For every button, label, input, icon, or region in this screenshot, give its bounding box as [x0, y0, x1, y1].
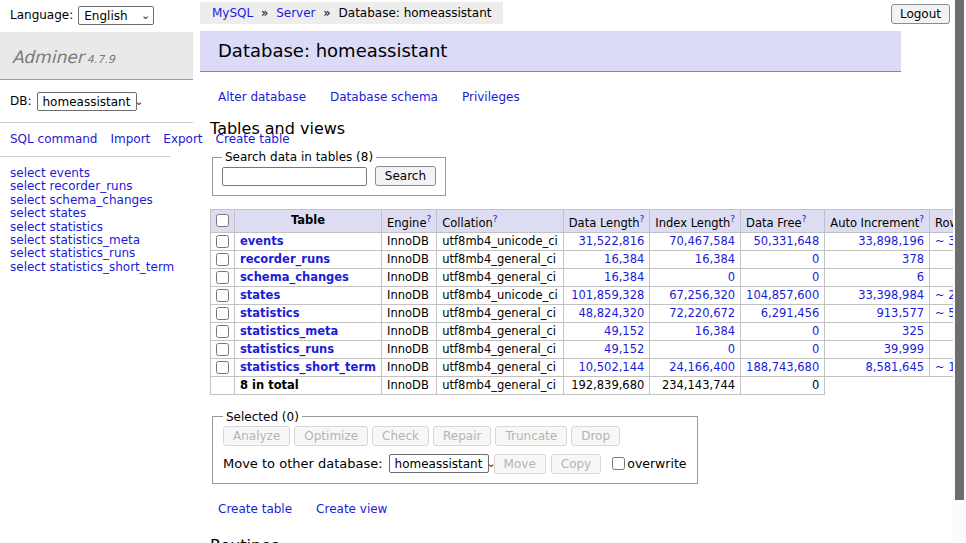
db-select[interactable]: homeassistant⌄ [37, 92, 137, 111]
truncate-button[interactable]: Truncate [495, 426, 567, 446]
index-length-link-statistics-meta[interactable]: 16,384 [695, 324, 735, 338]
column-help-link-collation[interactable]: ? [493, 214, 498, 224]
logout-button[interactable]: Logout [891, 4, 950, 24]
table-name-link-statistics-short-term[interactable]: statistics_short_term [240, 360, 376, 374]
data-free-link-statistics[interactable]: 6,291,456 [761, 306, 820, 320]
table-link-recorder-runs[interactable]: recorder_runs [49, 179, 132, 193]
search-input[interactable] [222, 167, 367, 186]
row-checkbox-statistics-meta[interactable] [216, 325, 229, 338]
select-link-schema-changes[interactable]: select [10, 193, 46, 207]
create-create-view[interactable]: Create view [316, 502, 387, 516]
data-free-link-recorder-runs[interactable]: 0 [812, 252, 819, 266]
table-link-states[interactable]: states [49, 206, 86, 220]
adminer-logo[interactable]: Adminer [12, 47, 84, 67]
repair-button[interactable]: Repair [433, 426, 491, 446]
index-length-link-statistics[interactable]: 72,220,672 [669, 306, 735, 320]
auto-increment-link-schema-changes[interactable]: 6 [917, 270, 924, 284]
optimize-button[interactable]: Optimize [294, 426, 368, 446]
table-link-events[interactable]: events [49, 166, 89, 180]
db-action-database-schema[interactable]: Database schema [330, 90, 438, 104]
check-button[interactable]: Check [372, 426, 429, 446]
auto-increment-link-statistics[interactable]: 913,577 [876, 306, 924, 320]
drop-button[interactable]: Drop [571, 426, 620, 446]
index-length-link-schema-changes[interactable]: 0 [728, 270, 735, 284]
column-help-link-data-free[interactable]: ? [802, 214, 807, 224]
select-link-statistics-short-term[interactable]: select [10, 260, 46, 274]
move-db-select[interactable]: homeassistant⌄ [389, 454, 489, 473]
data-length-link-statistics[interactable]: 48,824,320 [578, 306, 644, 320]
language-select[interactable]: English⌄ [78, 6, 154, 25]
data-free-link-statistics-meta[interactable]: 0 [812, 324, 819, 338]
table-link-statistics[interactable]: statistics [49, 220, 103, 234]
data-free-link-statistics-short-term[interactable]: 188,743,680 [746, 360, 819, 374]
overwrite-checkbox[interactable] [612, 457, 625, 470]
auto-increment-link-states[interactable]: 33,398,984 [858, 288, 924, 302]
column-help-link-data-length[interactable]: ? [640, 214, 645, 224]
data-free-link-statistics-runs[interactable]: 0 [812, 342, 819, 356]
index-length-link-statistics-short-term[interactable]: 24,166,400 [669, 360, 735, 374]
select-link-statistics-meta[interactable]: select [10, 233, 46, 247]
table-name-link-events[interactable]: events [240, 234, 284, 248]
breadcrumb-mysql[interactable]: MySQL [212, 6, 253, 20]
table-link-schema-changes[interactable]: schema_changes [49, 193, 152, 207]
overwrite-label[interactable]: overwrite [627, 456, 686, 471]
move-button[interactable]: Move [494, 454, 546, 474]
auto-increment-link-statistics-short-term[interactable]: 8,581,645 [866, 360, 925, 374]
row-checkbox-states[interactable] [216, 289, 229, 302]
vertical-scrollbar[interactable] [953, 0, 966, 543]
index-length-link-states[interactable]: 67,256,320 [669, 288, 735, 302]
search-button[interactable]: Search [375, 166, 436, 186]
sidebar-link-export[interactable]: Export [163, 132, 202, 146]
sidebar-link-import[interactable]: Import [110, 132, 150, 146]
data-length-link-statistics-short-term[interactable]: 10,502,144 [578, 360, 644, 374]
column-help-link-auto-increment[interactable]: ? [919, 214, 924, 224]
create-create-table[interactable]: Create table [218, 502, 292, 516]
select-all-checkbox[interactable] [216, 214, 229, 227]
data-length-link-states[interactable]: 101,859,328 [571, 288, 644, 302]
select-link-recorder-runs[interactable]: select [10, 179, 46, 193]
table-name-link-statistics-runs[interactable]: statistics_runs [240, 342, 334, 356]
data-free-link-states[interactable]: 104,857,600 [746, 288, 819, 302]
data-length-link-statistics-runs[interactable]: 49,152 [604, 342, 644, 356]
sidebar-link-sql-command[interactable]: SQL command [10, 132, 97, 146]
auto-increment-link-statistics-runs[interactable]: 39,999 [884, 342, 924, 356]
select-link-events[interactable]: select [10, 166, 46, 180]
table-name-link-statistics[interactable]: statistics [240, 306, 300, 320]
table-name-link-schema-changes[interactable]: schema_changes [240, 270, 349, 284]
index-length-link-events[interactable]: 70,467,584 [669, 234, 735, 248]
row-checkbox-events[interactable] [216, 235, 229, 248]
breadcrumb-server[interactable]: Server [276, 6, 315, 20]
db-action-privileges[interactable]: Privileges [462, 90, 520, 104]
column-help-link-index-length[interactable]: ? [730, 214, 735, 224]
select-link-statistics-runs[interactable]: select [10, 246, 46, 260]
row-checkbox-schema-changes[interactable] [216, 271, 229, 284]
row-checkbox-statistics-short-term[interactable] [216, 361, 229, 374]
data-length-link-recorder-runs[interactable]: 16,384 [604, 252, 644, 266]
table-name-link-statistics-meta[interactable]: statistics_meta [240, 324, 338, 338]
data-length-link-schema-changes[interactable]: 16,384 [604, 270, 644, 284]
index-length-link-statistics-runs[interactable]: 0 [728, 342, 735, 356]
table-name-link-states[interactable]: states [240, 288, 280, 302]
column-help-link-engine[interactable]: ? [426, 214, 431, 224]
data-length-link-events[interactable]: 31,522,816 [578, 234, 644, 248]
row-checkbox-recorder-runs[interactable] [216, 253, 229, 266]
row-checkbox-statistics-runs[interactable] [216, 343, 229, 356]
table-link-statistics-short-term[interactable]: statistics_short_term [49, 260, 174, 274]
auto-increment-link-statistics-meta[interactable]: 325 [902, 324, 924, 338]
db-action-alter-database[interactable]: Alter database [218, 90, 306, 104]
auto-increment-link-recorder-runs[interactable]: 378 [902, 252, 924, 266]
select-link-states[interactable]: select [10, 206, 46, 220]
select-link-statistics[interactable]: select [10, 220, 46, 234]
auto-increment-link-events[interactable]: 33,898,196 [858, 234, 924, 248]
copy-button[interactable]: Copy [551, 454, 601, 474]
table-link-statistics-meta[interactable]: statistics_meta [49, 233, 140, 247]
row-checkbox-statistics[interactable] [216, 307, 229, 320]
scrollbar-thumb[interactable] [955, 0, 964, 500]
analyze-button[interactable]: Analyze [223, 426, 290, 446]
table-link-statistics-runs[interactable]: statistics_runs [49, 246, 135, 260]
data-length-link-statistics-meta[interactable]: 49,152 [604, 324, 644, 338]
data-free-link-schema-changes[interactable]: 0 [812, 270, 819, 284]
index-length-link-recorder-runs[interactable]: 16,384 [695, 252, 735, 266]
table-name-link-recorder-runs[interactable]: recorder_runs [240, 252, 330, 266]
data-free-link-events[interactable]: 50,331,648 [753, 234, 819, 248]
